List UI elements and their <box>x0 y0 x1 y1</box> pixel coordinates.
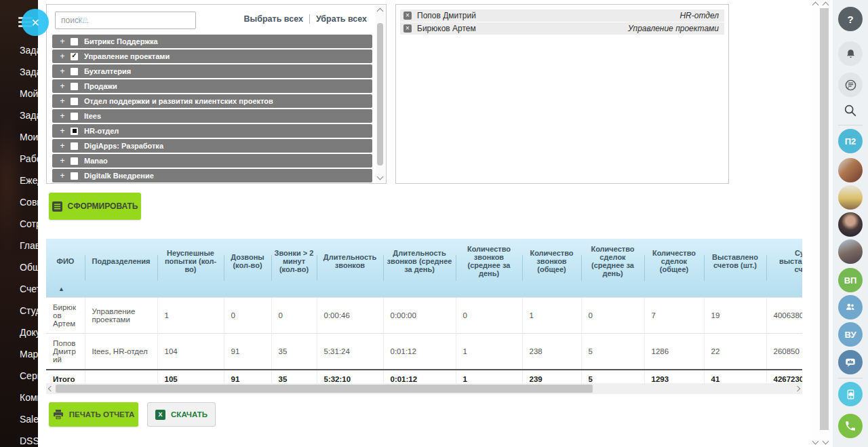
avatar-vp[interactable]: ВП <box>838 268 863 292</box>
sidebar-item[interactable]: Мар <box>20 349 38 359</box>
sidebar-item[interactable]: Мои <box>20 132 38 142</box>
page-scrollbar-thumb[interactable] <box>820 8 829 430</box>
generate-report-button[interactable]: СФОРМИРОВАТЬ <box>49 193 141 220</box>
scroll-down-icon[interactable] <box>823 438 829 445</box>
sidebar-item[interactable]: Доку <box>20 327 38 338</box>
column-header[interactable]: Подразделения <box>85 239 157 297</box>
column-header[interactable]: Количество звонков (среднее за день) <box>456 239 522 297</box>
sidebar-item[interactable]: Глав <box>20 240 38 251</box>
scroll-left-icon[interactable] <box>48 385 54 391</box>
group-users-icon[interactable] <box>838 295 863 319</box>
expand-icon[interactable]: + <box>59 52 66 61</box>
sidebar-item[interactable]: Мой <box>20 88 38 99</box>
checkbox[interactable] <box>71 172 78 180</box>
expand-icon[interactable]: + <box>59 37 66 46</box>
department-item[interactable]: +Отдел поддержки и развития клиентских п… <box>52 94 372 108</box>
sidebar-item[interactable]: Общ <box>20 262 38 273</box>
department-item[interactable]: +Digitalk Внедрение <box>52 169 372 182</box>
department-item[interactable]: +Manao <box>52 154 372 168</box>
scroll-up-icon[interactable] <box>377 8 384 15</box>
expand-icon[interactable]: + <box>59 111 66 121</box>
expand-icon[interactable]: + <box>59 141 66 151</box>
checkbox[interactable] <box>71 53 78 60</box>
checkbox[interactable] <box>71 113 78 120</box>
scroll-down-icon[interactable] <box>377 174 384 180</box>
search-icon[interactable] <box>843 103 858 118</box>
department-item[interactable]: +Продажи <box>52 79 372 93</box>
scrollbar-thumb[interactable] <box>377 23 383 166</box>
page-scrollbar-zone[interactable] <box>811 0 833 447</box>
department-item[interactable]: +Itees <box>52 109 372 123</box>
checkbox[interactable] <box>71 128 78 135</box>
column-header[interactable]: Количество сделок (среднее за день) <box>581 239 644 297</box>
remove-user-icon[interactable] <box>403 12 412 20</box>
clear-all-link[interactable]: Убрать всех <box>316 14 367 24</box>
avatar-photo[interactable] <box>838 158 863 182</box>
sidebar-item[interactable]: Серв <box>20 370 38 381</box>
expand-icon[interactable]: + <box>59 81 66 91</box>
download-button[interactable]: X СКАЧАТЬ <box>147 402 216 427</box>
department-item[interactable]: +DigiApps: Разработка <box>52 139 372 153</box>
table-horizontal-scrollbar[interactable] <box>46 383 802 394</box>
print-report-button[interactable]: ПЕЧАТЬ ОТЧЕТА <box>49 402 138 427</box>
checkbox[interactable] <box>71 157 78 165</box>
transcript-chat-icon[interactable] <box>838 73 863 97</box>
department-item[interactable]: +HR-отдел <box>52 124 372 138</box>
checkbox[interactable] <box>71 142 78 150</box>
expand-icon[interactable]: + <box>59 66 66 76</box>
close-menu-button[interactable] <box>22 9 49 36</box>
scroll-right-icon[interactable] <box>795 385 800 391</box>
expand-icon[interactable]: + <box>59 171 66 180</box>
sort-asc-icon[interactable]: ▲ <box>58 286 64 292</box>
sidebar-item[interactable]: Ежед <box>20 175 38 186</box>
checkbox[interactable] <box>71 83 78 90</box>
help-icon[interactable] <box>838 7 863 31</box>
column-header[interactable]: Длительность звонков (среднее за день) <box>383 239 456 297</box>
sidebar-item[interactable]: Зада <box>20 45 38 56</box>
sidebar-item[interactable]: SaleS <box>20 414 38 425</box>
column-header-fio[interactable]: ФИО▲ <box>46 239 85 297</box>
sidebar-item[interactable]: Сотр <box>20 218 38 229</box>
scroll-up-icon[interactable] <box>823 2 829 9</box>
select-all-link[interactable]: Выбрать всех <box>244 14 303 24</box>
column-header[interactable]: Неуспешные попытки (кол-во) <box>157 239 224 297</box>
column-header[interactable]: Выставлено счетов (шт.) <box>704 239 766 297</box>
phone-icon[interactable] <box>838 414 863 438</box>
sidebar-item[interactable]: Студ <box>20 305 38 316</box>
avatar-photo[interactable] <box>838 239 863 264</box>
sidebar-item[interactable]: Рабо <box>20 153 38 164</box>
department-item[interactable]: +Бухгалтерия <box>52 64 372 78</box>
scrollbar-thumb[interactable] <box>56 385 593 393</box>
column-header[interactable]: Сумма выставленных счетов <box>766 239 802 297</box>
sidebar-item[interactable]: Зада <box>20 110 38 121</box>
checkbox[interactable] <box>71 38 78 45</box>
department-list-scrollbar[interactable] <box>376 5 385 182</box>
scroll-down-icon[interactable] <box>812 438 819 445</box>
avatar-photo[interactable] <box>838 212 863 237</box>
expand-icon[interactable]: + <box>59 96 66 106</box>
column-header[interactable]: Количество звонков (общее) <box>522 239 581 297</box>
sidebar-item[interactable]: DSSL <box>20 435 38 446</box>
sidebar-item[interactable]: Комп <box>20 392 38 403</box>
column-header[interactable]: Звонки > 2 минут (кол-во) <box>271 239 317 297</box>
avatar-vu[interactable]: ВУ <box>838 322 863 347</box>
expand-icon[interactable]: + <box>59 156 66 166</box>
avatar-photo[interactable] <box>838 185 863 210</box>
expand-icon[interactable]: + <box>59 126 66 136</box>
column-header[interactable]: Длительность звонков <box>317 239 383 297</box>
remove-user-icon[interactable] <box>403 24 412 33</box>
sidebar-item[interactable]: Счет <box>20 284 38 294</box>
column-header[interactable]: Количество сделок (общее) <box>644 239 704 297</box>
column-header[interactable]: Дозвоны (кол-во) <box>224 239 271 297</box>
department-item[interactable]: +Битрикс Поддержка <box>52 35 372 48</box>
avatar-p2[interactable]: П2 <box>838 129 863 153</box>
scroll-up-icon[interactable] <box>812 2 819 9</box>
group-chat-icon[interactable] <box>838 350 863 374</box>
device-icon[interactable] <box>838 382 863 406</box>
notifications-bell-icon[interactable] <box>838 41 863 66</box>
department-item[interactable]: +Управление проектами <box>52 50 372 63</box>
checkbox[interactable] <box>71 98 78 105</box>
search-input[interactable] <box>55 12 196 29</box>
sidebar-item[interactable]: Совм <box>20 197 38 208</box>
sidebar-item[interactable]: Зада <box>20 66 38 77</box>
